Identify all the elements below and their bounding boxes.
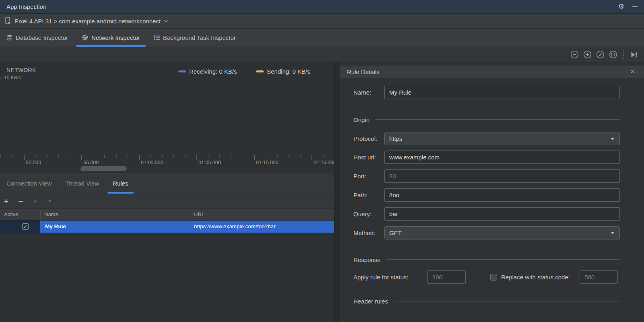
remove-rule-button[interactable]: − xyxy=(19,198,33,205)
zoom-to-selection-icon[interactable] xyxy=(609,50,617,59)
replace-status-checkbox[interactable] xyxy=(490,274,497,281)
query-label: Query: xyxy=(353,207,372,221)
protocol-value: https xyxy=(389,135,402,142)
column-header-url[interactable]: URL xyxy=(194,208,204,221)
section-divider xyxy=(386,259,620,260)
path-label: Path: xyxy=(353,188,367,202)
port-input[interactable] xyxy=(384,169,620,183)
table-row[interactable]: ✓ My Rule https://www.example.com/foo?ba… xyxy=(0,221,334,233)
device-process-bar[interactable]: Pixel 4 API 31 > com.example.android.net… xyxy=(0,13,644,29)
host-url-input[interactable] xyxy=(384,151,620,164)
checkmark-icon: ✓ xyxy=(23,224,27,229)
tab-label: Connection View xyxy=(6,180,52,187)
database-icon xyxy=(6,35,13,41)
receiving-swatch-icon xyxy=(178,70,186,72)
method-dropdown[interactable]: GET xyxy=(384,226,620,239)
rule-url-cell[interactable]: https://www.example.com/foo?bar xyxy=(190,221,334,233)
move-rule-up-button[interactable]: ▲ xyxy=(33,199,47,203)
toolbar-separator xyxy=(623,50,624,59)
path-field-row: Path: xyxy=(340,188,644,202)
y-axis-tick xyxy=(0,78,2,78)
timeline-tick-label: 01:10.000 xyxy=(256,160,279,165)
column-header-active[interactable]: Active xyxy=(4,208,18,221)
close-icon[interactable]: ✕ xyxy=(630,68,635,75)
timeline-tick-label: 01:05.000 xyxy=(198,160,221,165)
path-input[interactable] xyxy=(384,188,620,202)
header-rules-section-header: Header rules xyxy=(353,295,620,307)
legend-receiving-label: Receiving: 0 KB/s xyxy=(189,68,237,75)
tab-thread-view[interactable]: Thread View xyxy=(65,173,99,194)
query-field-row: Query: xyxy=(340,207,644,221)
dropdown-arrow-icon xyxy=(611,232,615,234)
tab-label: Background Task Inspector xyxy=(163,34,236,41)
timeline-tick-label: 01:15.000 xyxy=(314,160,334,165)
origin-section-header: Origin xyxy=(353,114,620,125)
legend-sending: Sending: 0 KB/s xyxy=(256,68,310,75)
query-input[interactable] xyxy=(384,207,620,221)
zoom-in-icon[interactable] xyxy=(583,50,592,59)
rules-table-header: Active Name URL xyxy=(0,208,334,221)
timeline-scrollbar-thumb[interactable] xyxy=(80,166,127,171)
tab-label: Rules xyxy=(113,180,128,187)
name-label: Name: xyxy=(353,86,371,99)
tab-label: Network Inspector xyxy=(91,34,140,41)
column-separator[interactable] xyxy=(190,210,190,219)
rule-name-cell[interactable]: My Rule xyxy=(40,221,190,233)
chevron-down-icon xyxy=(164,20,168,23)
column-header-name[interactable]: Name xyxy=(44,208,58,221)
replace-status-input[interactable] xyxy=(580,270,618,284)
sending-swatch-icon xyxy=(256,70,264,72)
section-divider xyxy=(394,301,620,301)
timeline-tick-label: 50.000 xyxy=(26,160,41,165)
timeline-tick-label: 55.000 xyxy=(83,160,99,165)
view-tabbar: Connection View Thread View Rules xyxy=(0,173,334,194)
column-separator[interactable] xyxy=(40,210,41,219)
titlebar: App Inspection ⚙ xyxy=(0,0,644,13)
reset-zoom-icon[interactable] xyxy=(596,50,605,59)
port-label: Port: xyxy=(353,169,366,183)
settings-gear-icon[interactable]: ⚙ xyxy=(618,3,624,10)
host-field-row: Host url: xyxy=(340,151,644,164)
response-status-row: Apply rule for status: Replace with stat… xyxy=(340,270,644,284)
rule-details-title: Rule Details xyxy=(347,68,380,75)
device-process-selector[interactable]: Pixel 4 API 31 > com.example.android.net… xyxy=(14,18,161,25)
window-title: App Inspection xyxy=(6,3,46,10)
host-url-label: Host url: xyxy=(353,151,376,164)
app-inspection-window: App Inspection ⚙ Pixel 4 API 31 > com.ex… xyxy=(0,0,644,322)
rule-active-checkbox[interactable]: ✓ xyxy=(22,223,29,230)
workspace: NETWORK Receiving: 0 KB/s Sending: 0 KB/… xyxy=(0,62,644,322)
tab-background-task-inspector[interactable]: Background Task Inspector xyxy=(154,29,236,47)
panel-splitter[interactable] xyxy=(334,62,340,322)
task-list-icon xyxy=(154,35,160,41)
rule-details-panel: Rule Details ✕ Name: Origin Protocol: ht… xyxy=(340,62,644,322)
origin-section-label: Origin xyxy=(353,116,369,123)
add-rule-button[interactable]: + xyxy=(4,198,19,205)
apply-status-input[interactable] xyxy=(427,270,466,284)
header-rules-section-label: Header rules xyxy=(353,298,388,305)
apply-rule-for-status-label: Apply rule for status: xyxy=(353,270,409,284)
tab-database-inspector[interactable]: Database Inspector xyxy=(6,29,68,47)
minimize-icon[interactable] xyxy=(632,6,638,7)
rules-toolbar: + − ▲ ▼ xyxy=(0,194,334,208)
name-field-row: Name: xyxy=(340,86,644,99)
port-field-row: Port: xyxy=(340,169,644,183)
tab-label: Thread View xyxy=(65,180,99,187)
tab-connection-view[interactable]: Connection View xyxy=(6,173,52,194)
chart-title: NETWORK xyxy=(6,67,36,73)
zoom-out-icon[interactable] xyxy=(570,50,579,59)
inspector-tabbar: Database Inspector Network Inspector Bac… xyxy=(0,29,644,47)
replace-with-status-code-label: Replace with status code: xyxy=(501,270,570,284)
tab-rules[interactable]: Rules xyxy=(113,173,128,194)
y-axis-label: 10 KB/s xyxy=(4,75,21,80)
move-rule-down-button[interactable]: ▼ xyxy=(47,199,62,203)
name-input[interactable] xyxy=(384,86,620,99)
rule-details-header: Rule Details ✕ xyxy=(340,66,644,78)
timeline-tick-label: 01:00.000 xyxy=(141,160,163,165)
response-section-header: Response xyxy=(353,254,620,265)
legend-sending-label: Sending: 0 KB/s xyxy=(267,68,310,75)
rule-active-cell: ✓ xyxy=(0,221,40,233)
protocol-dropdown[interactable]: https xyxy=(384,132,620,145)
skip-to-end-icon[interactable] xyxy=(630,50,638,59)
tab-network-inspector[interactable]: Network Inspector xyxy=(82,29,140,47)
protocol-field-row: Protocol: https xyxy=(340,132,644,145)
